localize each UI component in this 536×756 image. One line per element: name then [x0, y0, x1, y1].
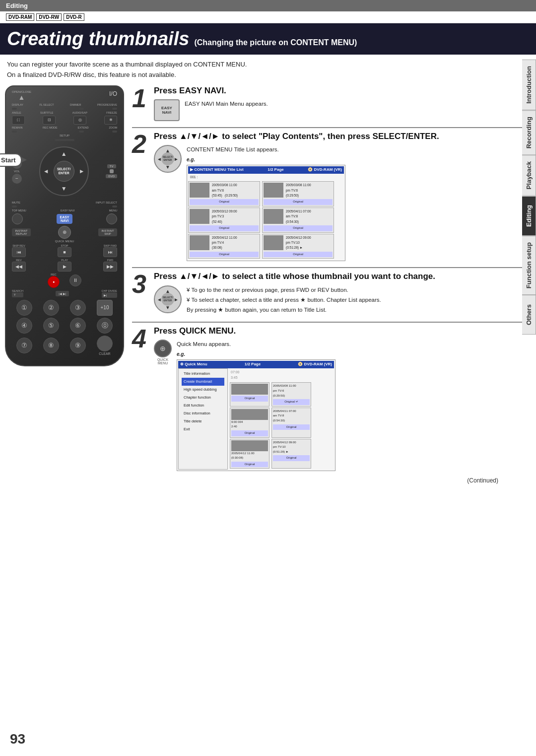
content-item-img-1: [190, 183, 209, 198]
instant-replay-btn[interactable]: INSTANTREPLAY: [12, 228, 31, 236]
step-4-img: ⊕ QUICKMENU: [154, 340, 172, 365]
nav-left-arrow[interactable]: ◄: [43, 168, 49, 175]
qm-original-6: Original: [273, 455, 310, 461]
fwd-btn[interactable]: ▶▶: [103, 262, 117, 272]
qm-content-row-2: 9:00 0042:40 Original 2005/04/11 07:00am…: [230, 408, 334, 438]
num-8-btn[interactable]: ⑧: [43, 338, 59, 353]
skip-rev-btn[interactable]: ⏮: [12, 247, 26, 257]
input-select-btn[interactable]: [112, 206, 117, 207]
qm-item-2: 2005/03/08 11:00pm TV:6(0:29:50) Origina…: [271, 382, 311, 406]
qm-disc-info[interactable]: Disc information: [182, 410, 224, 417]
subtitle-btn[interactable]: ⊡: [43, 116, 56, 125]
qm-edit-function[interactable]: Edit function: [182, 402, 224, 410]
zoom-btn[interactable]: [112, 131, 117, 133]
display-btn[interactable]: [12, 108, 17, 110]
remote-control: OPEN/CLOSE ▲ I/O DISPLAY FL SELECT DIMME…: [5, 85, 124, 366]
page-title-sub: (Changing the picture on CONTENT MENU): [194, 38, 357, 47]
num-6-btn[interactable]: ⑥: [70, 318, 86, 334]
num-4-btn[interactable]: ④: [16, 318, 32, 334]
freeze-btn[interactable]: ❄: [104, 116, 117, 125]
step-2-detail: ▲ ▼ ◄ ► SELECT/ENTER CONTENT MENU Title …: [154, 145, 528, 262]
qm-create-thumbnail[interactable]: Create thumbnail: [182, 378, 224, 386]
quick-menu-list: Title information Create thumbnail High …: [178, 368, 228, 470]
qm-item-img-1: [231, 384, 268, 395]
num-plus10-btn[interactable]: +10: [97, 300, 113, 316]
remain-btn[interactable]: [12, 131, 17, 133]
step-2: 2 Press ▲/▼/◄/► to select "Play Contents…: [132, 131, 528, 262]
sidebar-tab-introduction[interactable]: Introduction: [522, 60, 536, 110]
num-7-btn[interactable]: ⑦: [16, 338, 32, 353]
sidebar-tab-recording[interactable]: Recording: [522, 110, 536, 155]
qm-item-info-5: 2005/04/12 11:00(0:30:08): [231, 451, 268, 461]
num-3-btn[interactable]: ③: [70, 300, 86, 316]
middle-btns-row: ⛶ ⊡ ◎ ❄: [12, 116, 117, 125]
content-menu-row-3: 2005/04/12 11:00pm TV:4(30:08) Original …: [188, 234, 344, 259]
qm-high-speed[interactable]: High speed dubbing: [182, 386, 224, 394]
sidebar-tab-playback[interactable]: Playback: [522, 155, 536, 196]
instant-skip-btn[interactable]: INSTANTSKIP: [98, 228, 117, 236]
chp-divide-btn[interactable]: ▶|: [102, 292, 117, 298]
play-btn[interactable]: ▶: [58, 262, 71, 272]
rev-btn[interactable]: ◀◀: [12, 262, 26, 272]
skip-fwd-btn[interactable]: ⏭: [103, 247, 117, 257]
num-9-btn[interactable]: ⑨: [70, 338, 86, 353]
stop-btn[interactable]: ■: [58, 247, 71, 257]
num-0-btn[interactable]: ⓪: [97, 318, 113, 334]
sidebar-tab-editing[interactable]: Editing: [522, 196, 536, 236]
easy-navi-btn-remote[interactable]: EASYNAVI: [57, 214, 72, 224]
content-item-4: 2005/04/11 07:00am TV:8(0:54:30) Origina…: [262, 207, 334, 233]
mute-btn[interactable]: [12, 206, 17, 207]
vol-label: VOL: [14, 170, 20, 173]
tv-btn[interactable]: TV: [107, 164, 116, 168]
step-2-number: 2: [132, 131, 150, 262]
adjust-btn[interactable]: |◀ ▶|: [56, 291, 69, 296]
extend-btn[interactable]: [79, 131, 84, 133]
menu-btn[interactable]: [106, 213, 117, 224]
dvd-btn[interactable]: DVD: [106, 174, 117, 178]
select-enter-btn[interactable]: SELECT/ENTER: [54, 161, 74, 182]
tv-dvd-dot: [110, 169, 114, 173]
num-1-btn[interactable]: ①: [16, 300, 32, 316]
original-badge-3: Original: [190, 225, 259, 231]
step-2-notes: CONTENT MENU Title List appears. e.g. ▶ …: [187, 145, 345, 262]
qm-title-delete[interactable]: Title delete: [182, 417, 224, 425]
quick-menu-content-area: 07:003:45 Original 2005/03/08 11:00pm TV…: [230, 368, 334, 470]
sidebar-tab-function-setup[interactable]: Function setup: [522, 236, 536, 295]
mute-input-row: MUTE INPUT SELECT: [12, 201, 117, 204]
quick-menu-btn[interactable]: ⊕: [58, 226, 71, 239]
clear-btn[interactable]: [97, 336, 113, 351]
rec-mode-btn[interactable]: [45, 131, 50, 133]
step-2-content: Press ▲/▼/◄/► to select "Play Contents",…: [154, 131, 528, 262]
angle-btn[interactable]: ⛶: [12, 116, 25, 125]
setup-btn-row: [12, 138, 117, 141]
vol-minus-btn[interactable]: −: [12, 174, 22, 184]
top-menu-btn[interactable]: [12, 213, 23, 224]
progressive-btn[interactable]: [112, 108, 117, 110]
rec-pause-row: REC ● ⏸: [12, 273, 117, 288]
vol-nav-area: + VOL − Start ▲ ▼ ◄: [12, 143, 117, 199]
nav-up-arrow[interactable]: ▲: [61, 150, 67, 157]
qm-chapter-function[interactable]: Chapter function: [182, 394, 224, 402]
rec-btn[interactable]: ●: [48, 276, 60, 288]
quick-menu-visual: ⊕: [154, 340, 172, 357]
nav-down-arrow[interactable]: ▼: [61, 185, 67, 192]
num-2-btn[interactable]: ②: [43, 300, 59, 316]
setup-btn[interactable]: [55, 139, 74, 141]
qm-original-2: Original ↵: [273, 399, 310, 405]
search-btn-t[interactable]: T: [12, 292, 23, 297]
content-item-info-6: 2005/04/12 09:00pm TV:10(0:51:28) ►: [286, 235, 311, 251]
num-5-btn[interactable]: ⑤: [43, 318, 59, 334]
qm-exit[interactable]: Exit: [182, 425, 224, 433]
fl-select-btn[interactable]: [45, 108, 50, 110]
pause-btn[interactable]: ⏸: [69, 275, 81, 286]
sidebar-tab-others[interactable]: Others: [522, 295, 536, 335]
dimmer-btn[interactable]: [79, 108, 84, 110]
select-enter-visual: ▲ ▼ ◄ ► SELECT/ENTER: [154, 145, 182, 173]
qm-title-info[interactable]: Title information: [182, 370, 224, 378]
nav-right-arrow[interactable]: ►: [79, 168, 85, 175]
audio-sap-btn[interactable]: ◎: [73, 116, 86, 125]
original-badge-1: Original: [190, 199, 259, 205]
eg-label-4: e.g.: [177, 350, 335, 358]
step-3-note-2: ¥ To select a chapter, select a title an…: [187, 295, 381, 304]
content-item-img-5: [190, 235, 209, 250]
